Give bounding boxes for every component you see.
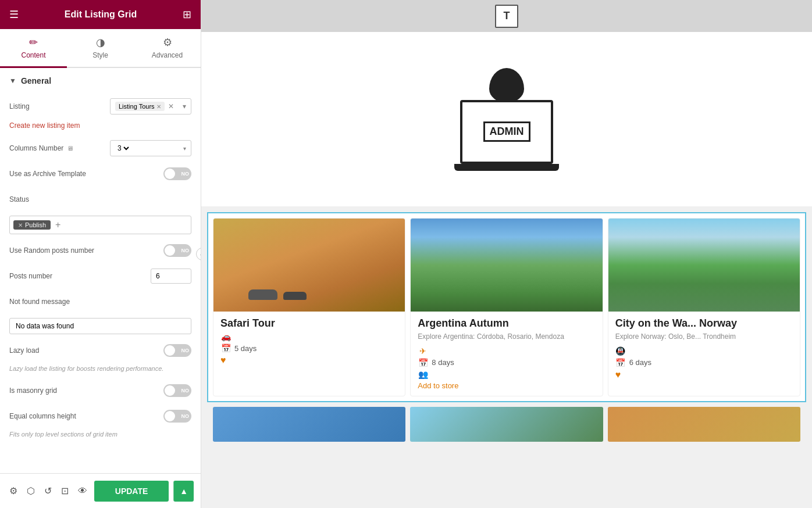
safari-meta-car: 🚗: [220, 332, 398, 341]
listing-grid: Safari Tour 🚗 📅 5 days ♥: [207, 212, 806, 402]
safari-meta: 🚗 📅 5 days ♥: [220, 332, 398, 366]
lazy-toggle-label: NO: [181, 348, 190, 353]
safari-meta-duration: 📅 5 days: [220, 344, 398, 353]
equal-toggle[interactable]: NO: [163, 410, 191, 423]
right-top-bar: T: [201, 0, 812, 32]
argentina-subtitle: Explore Argentina: Córdoba, Rosario, Men…: [418, 332, 595, 342]
top-bar: ☰ Edit Listing Grid ⊞: [0, 0, 201, 29]
thumbnail-2: [410, 407, 603, 442]
status-field: ✕ Publish +: [0, 212, 201, 238]
calendar-icon-norway: 📅: [615, 358, 626, 367]
status-add-button[interactable]: +: [53, 220, 63, 230]
masonry-toggle-knob: [165, 385, 175, 396]
columns-select[interactable]: 3 1 2 4 ▾: [110, 140, 191, 156]
columns-select-input[interactable]: 3 1 2 4: [115, 144, 131, 153]
admin-figure: ADMIN: [454, 68, 559, 171]
add-to-store-argentina[interactable]: Add to store: [418, 381, 458, 390]
heart-icon-norway: ♥: [615, 370, 621, 380]
columns-label: Columns Number 🖥: [9, 144, 110, 152]
lazy-description: Lazy load the listing for boosts renderi…: [0, 363, 201, 378]
admin-laptop-base: [454, 164, 559, 171]
random-field-row: Use Random posts number NO: [0, 238, 201, 263]
section-arrow-icon: ▼: [9, 77, 16, 85]
listing-tag-remove[interactable]: ✕: [156, 103, 161, 110]
listing-label: Listing: [9, 102, 110, 110]
equal-description: Fits only top level sections of grid ite…: [0, 429, 201, 443]
argentina-title: Argentina Autumn: [418, 317, 595, 330]
calendar-icon-argentina: 📅: [418, 358, 428, 367]
norway-card-body: City on the Wa... Norway Explore Norway:…: [608, 312, 800, 386]
argentina-meta: ✈ 📅 8 days 👥 Add to store: [418, 346, 595, 390]
tab-advanced[interactable]: ⚙ Advanced: [134, 29, 201, 68]
tab-style-label: Style: [92, 51, 108, 59]
equal-toggle-label: NO: [181, 413, 190, 419]
lazy-toggle[interactable]: NO: [163, 344, 191, 357]
norway-meta-metro: 🚇: [615, 346, 793, 356]
history-icon[interactable]: ↺: [42, 483, 54, 499]
content-icon: ✏: [29, 36, 38, 49]
grid-icon[interactable]: ⊞: [183, 8, 191, 21]
listing-clear-icon[interactable]: ✕: [168, 102, 174, 110]
random-toggle-knob: [165, 245, 175, 256]
masonry-field-row: Is masonry grid NO: [0, 378, 201, 403]
layers-icon[interactable]: ⬡: [24, 483, 37, 499]
listing-select[interactable]: Listing Tours ✕ ✕ ▾: [110, 98, 191, 115]
tabs-bar: ✏ Content ◑ Style ⚙ Advanced: [0, 29, 201, 68]
safari-duration: 5 days: [234, 344, 257, 353]
norway-meta-duration: 📅 6 days: [615, 358, 793, 367]
thumbnail-3: [608, 407, 800, 442]
admin-area: ADMIN: [201, 32, 812, 206]
norway-image: [608, 219, 800, 312]
argentina-meta-store: Add to store: [418, 381, 595, 390]
posts-number-input[interactable]: [151, 269, 191, 284]
create-listing-link[interactable]: Create new listing item: [0, 119, 201, 135]
advanced-icon: ⚙: [163, 36, 172, 49]
admin-label: ADMIN: [483, 121, 530, 142]
not-found-input[interactable]: [9, 318, 191, 334]
responsive-icon[interactable]: ⊡: [59, 483, 71, 499]
equal-field-row: Equal columns height NO: [0, 403, 201, 429]
general-section-header[interactable]: ▼ General: [0, 68, 201, 94]
update-button[interactable]: UPDATE: [94, 481, 169, 502]
argentina-card-body: Argentina Autumn Explore Argentina: Córd…: [411, 312, 602, 396]
listing-grid-wrapper: Safari Tour 🚗 📅 5 days ♥: [201, 206, 812, 508]
not-found-input-row: [0, 314, 201, 338]
t-button[interactable]: T: [495, 5, 518, 28]
masonry-toggle[interactable]: NO: [163, 384, 191, 397]
eye-icon[interactable]: 👁: [76, 484, 90, 499]
tab-advanced-label: Advanced: [152, 51, 183, 59]
norway-meta-heart: ♥: [615, 370, 793, 380]
not-found-label: Not found message: [9, 298, 191, 306]
listing-card-argentina: Argentina Autumn Explore Argentina: Córd…: [410, 218, 603, 396]
heart-icon-safari: ♥: [220, 355, 226, 366]
argentina-meta-group: 👥: [418, 370, 595, 379]
hamburger-icon[interactable]: ☰: [9, 8, 19, 21]
status-tag-remove[interactable]: ✕: [18, 222, 23, 228]
random-toggle-label: NO: [181, 248, 190, 253]
random-toggle[interactable]: NO: [163, 244, 191, 257]
settings-icon[interactable]: ⚙: [7, 483, 20, 499]
panel-content: ▼ General Listing Listing Tours ✕ ✕ ▾ Cr…: [0, 68, 201, 508]
tab-content-label: Content: [21, 51, 45, 59]
argentina-meta-duration: 📅 8 days: [418, 358, 595, 367]
car-icon: 🚗: [220, 332, 231, 341]
safari-meta-heart: ♥: [220, 355, 398, 366]
admin-laptop: ADMIN: [460, 100, 553, 164]
tab-style[interactable]: ◑ Style: [67, 29, 134, 68]
archive-field-row: Use as Archive Template NO: [0, 161, 201, 187]
style-icon: ◑: [96, 36, 105, 49]
not-found-label-row: Not found message: [0, 289, 201, 314]
screen-icon: 🖥: [67, 145, 73, 152]
update-arrow-button[interactable]: ▲: [173, 481, 194, 502]
safari-title: Safari Tour: [220, 317, 398, 330]
archive-toggle[interactable]: NO: [163, 167, 191, 180]
bottom-toolbar: ⚙ ⬡ ↺ ⊡ 👁 UPDATE ▲: [0, 473, 201, 508]
left-panel: ☰ Edit Listing Grid ⊞ ✏ Content ◑ Style …: [0, 0, 201, 508]
posts-number-label: Posts number: [9, 272, 151, 280]
lazy-field-row: Lazy load NO: [0, 338, 201, 363]
listing-card-norway: City on the Wa... Norway Explore Norway:…: [608, 218, 800, 396]
metro-icon: 🚇: [615, 346, 626, 356]
listing-tag: Listing Tours ✕: [115, 102, 165, 111]
admin-head: [489, 68, 524, 103]
tab-content[interactable]: ✏ Content: [0, 29, 67, 68]
